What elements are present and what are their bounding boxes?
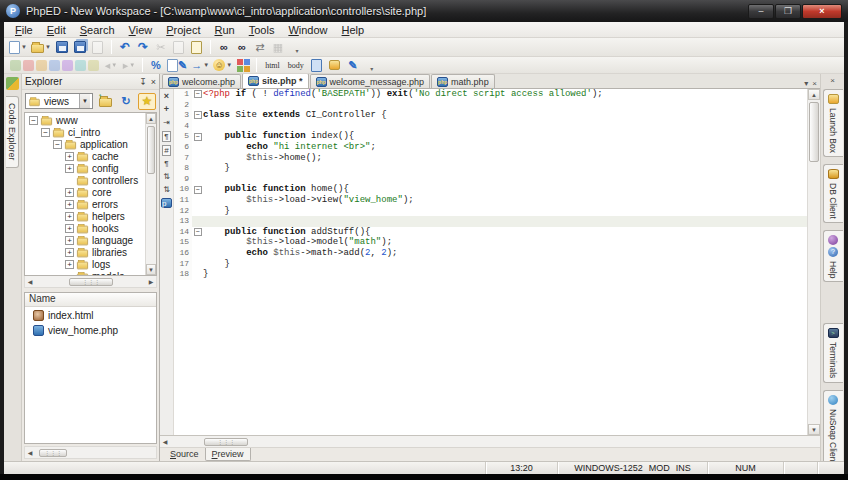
chevron-down-icon[interactable]: ▼ bbox=[79, 94, 90, 108]
accounts-button[interactable]: ☺▼ bbox=[212, 57, 233, 73]
code-line[interactable]: 17 } bbox=[174, 259, 807, 270]
php-page-icon[interactable]: p bbox=[161, 198, 172, 208]
image-button[interactable] bbox=[327, 57, 343, 73]
open-file-button[interactable]: ▼ bbox=[30, 39, 52, 55]
tab-launch-box[interactable]: Launch Box bbox=[823, 89, 843, 157]
paste-button[interactable] bbox=[189, 39, 205, 55]
list-item-view_home.php[interactable]: view_home.php bbox=[25, 324, 156, 337]
expand-icon[interactable]: + bbox=[65, 224, 74, 233]
save-button[interactable] bbox=[54, 39, 70, 55]
close-icon[interactable]: × bbox=[830, 76, 835, 85]
folder-up-button[interactable]: ↑ bbox=[96, 93, 114, 110]
tree-item-helpers[interactable]: +helpers bbox=[25, 210, 145, 222]
dropdown-arrow-icon[interactable]: ▼ bbox=[226, 62, 232, 68]
fold-collapse-icon[interactable]: − bbox=[194, 133, 202, 141]
close-icon[interactable]: × bbox=[151, 77, 156, 87]
tree-item-core[interactable]: +core bbox=[25, 186, 145, 198]
jump-icon[interactable]: ⇥ bbox=[163, 118, 170, 128]
indent-icon[interactable]: ⇅ bbox=[163, 185, 170, 195]
minimize-button[interactable]: – bbox=[748, 4, 774, 19]
save-all-button[interactable] bbox=[72, 39, 88, 55]
menu-window[interactable]: Window bbox=[281, 23, 334, 37]
style-pen-button[interactable]: ✎ bbox=[345, 57, 361, 73]
add-bookmark-icon[interactable]: + bbox=[164, 105, 169, 115]
replace-button[interactable]: ⇄ bbox=[252, 39, 268, 55]
expand-icon[interactable]: + bbox=[65, 260, 74, 269]
palette-button[interactable] bbox=[235, 57, 251, 73]
new-file-button[interactable]: ▼ bbox=[8, 39, 28, 55]
fold-collapse-icon[interactable]: − bbox=[194, 186, 202, 194]
scroll-up-icon[interactable]: ▲ bbox=[808, 89, 820, 100]
fold-collapse-icon[interactable]: − bbox=[194, 90, 202, 98]
tree-item-logs[interactable]: +logs bbox=[25, 258, 145, 270]
code-line[interactable]: 12 } bbox=[174, 206, 807, 217]
dropdown-arrow-icon[interactable]: ▼ bbox=[203, 62, 209, 68]
menu-view[interactable]: View bbox=[122, 23, 160, 37]
tree-horizontal-scrollbar[interactable]: ◀ ⋮⋮⋮ ▶ bbox=[24, 276, 157, 288]
code-line[interactable]: 3−class Site extends CI_Controller { bbox=[174, 110, 807, 121]
list-item-index.html[interactable]: index.html bbox=[25, 309, 156, 322]
code-line[interactable]: 18} bbox=[174, 269, 807, 280]
tree-item-libraries[interactable]: +libraries bbox=[25, 246, 145, 258]
scroll-right-icon[interactable]: ▶ bbox=[146, 278, 156, 285]
code-line[interactable]: 16 echo $this->math->add(2, 2); bbox=[174, 248, 807, 259]
expand-icon[interactable]: + bbox=[65, 236, 74, 245]
scrollbar-thumb[interactable] bbox=[147, 126, 155, 174]
redo-button[interactable]: ↷ bbox=[135, 39, 151, 55]
find-button[interactable]: ∞ bbox=[216, 39, 232, 55]
tab-help[interactable]: ?Help bbox=[823, 230, 843, 282]
scroll-down-icon[interactable]: ▼ bbox=[146, 264, 156, 275]
close-button[interactable]: × bbox=[802, 4, 842, 19]
favorites-button[interactable]: ★ bbox=[138, 93, 156, 110]
dropdown-arrow-icon[interactable]: ▼ bbox=[111, 62, 117, 68]
code-line[interactable]: 2 bbox=[174, 100, 807, 111]
tab-close-icon[interactable]: × bbox=[812, 79, 817, 88]
tree-item-application[interactable]: −application bbox=[25, 138, 145, 150]
tree-vertical-scrollbar[interactable]: ▲ ▼ bbox=[145, 113, 156, 275]
tree-item-cache[interactable]: +cache bbox=[25, 150, 145, 162]
scroll-up-icon[interactable]: ▲ bbox=[146, 113, 156, 124]
hash-boxed-icon[interactable]: # bbox=[162, 145, 170, 156]
tree-item-www[interactable]: −www bbox=[25, 114, 145, 126]
sort-icon[interactable]: ⇅ bbox=[163, 172, 170, 182]
body-tag-button[interactable]: body bbox=[285, 57, 307, 73]
tab-site-php-[interactable]: phpsite.php * bbox=[242, 74, 309, 88]
editor-vertical-scrollbar[interactable]: ▲ ▼ bbox=[807, 89, 820, 435]
scroll-left-icon[interactable]: ◀ bbox=[25, 278, 35, 285]
tab-nusoap-client[interactable]: NuSoap Client bbox=[823, 390, 843, 461]
menu-edit[interactable]: Edit bbox=[40, 23, 73, 37]
dropdown-arrow-icon[interactable]: ▼ bbox=[21, 44, 27, 50]
scroll-left-icon[interactable]: ◀ bbox=[160, 438, 170, 445]
expand-icon[interactable]: + bbox=[65, 248, 74, 257]
files-horizontal-scrollbar[interactable]: ◀ ⋮⋮⋮ bbox=[24, 446, 157, 459]
menu-help[interactable]: Help bbox=[335, 23, 372, 37]
scrollbar-thumb[interactable]: ⋮⋮⋮ bbox=[204, 438, 248, 446]
dropdown-arrow-icon[interactable]: ▼ bbox=[45, 44, 51, 50]
tab-db-client[interactable]: DB Client bbox=[823, 164, 843, 223]
maximize-button[interactable]: ❐ bbox=[775, 4, 801, 19]
tree-item-ci_intro[interactable]: −ci_intro bbox=[25, 126, 145, 138]
pilcrow-icon[interactable]: ¶ bbox=[164, 159, 168, 169]
expand-icon[interactable]: + bbox=[65, 188, 74, 197]
close-icon[interactable]: × bbox=[164, 92, 169, 102]
folder-combobox[interactable]: views ▼ bbox=[25, 93, 93, 109]
files-column-header[interactable]: Name bbox=[25, 293, 156, 307]
toolbar-overflow[interactable]: ▾ bbox=[288, 39, 304, 55]
scrollbar-thumb[interactable] bbox=[809, 102, 819, 162]
editor-horizontal-scrollbar[interactable]: ◀ ⋮⋮⋮ bbox=[160, 435, 820, 447]
collapse-icon[interactable]: − bbox=[29, 116, 38, 125]
scroll-left-icon[interactable]: ◀ bbox=[25, 449, 35, 456]
toolbar-overflow[interactable]: ▾ bbox=[363, 57, 379, 73]
html-tag-button[interactable]: html bbox=[262, 57, 283, 73]
tree-item-errors[interactable]: +errors bbox=[25, 198, 145, 210]
code-line[interactable]: 10− public function home(){ bbox=[174, 184, 807, 195]
fold-collapse-icon[interactable]: − bbox=[194, 111, 202, 119]
dropdown-arrow-icon[interactable]: ▼ bbox=[129, 62, 135, 68]
edit-page-button[interactable]: ✎ bbox=[166, 57, 188, 73]
menu-run[interactable]: Run bbox=[208, 23, 242, 37]
expand-icon[interactable]: + bbox=[65, 200, 74, 209]
tree-item-models[interactable]: models bbox=[25, 270, 145, 275]
tab-math-php[interactable]: phpmath.php bbox=[431, 74, 495, 88]
expand-icon[interactable]: + bbox=[65, 212, 74, 221]
expand-icon[interactable]: + bbox=[65, 152, 74, 161]
